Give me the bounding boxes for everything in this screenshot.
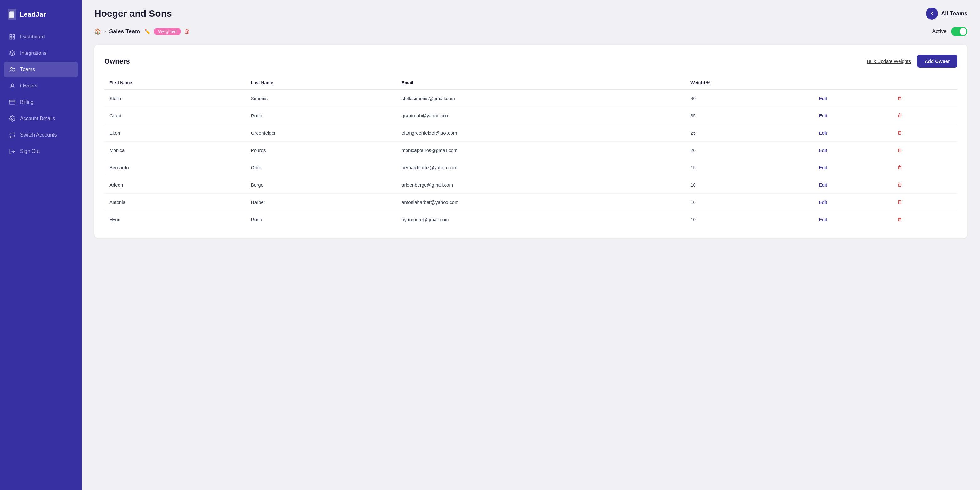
row-delete-icon[interactable]: 🗑 bbox=[897, 113, 902, 118]
all-teams-button[interactable]: All Teams bbox=[926, 8, 967, 19]
sidebar-item-dashboard[interactable]: Dashboard bbox=[4, 29, 78, 45]
cell-delete[interactable]: 🗑 bbox=[892, 176, 957, 193]
cell-last-name: Pouros bbox=[246, 142, 396, 159]
cell-weight: 15 bbox=[686, 159, 814, 176]
row-delete-icon[interactable]: 🗑 bbox=[897, 199, 902, 204]
cell-edit[interactable]: Edit bbox=[814, 211, 892, 228]
sidebar: LeadJar Dashboard Integrations Teams Own… bbox=[0, 0, 82, 490]
owners-label: Owners bbox=[20, 83, 37, 89]
row-delete-icon[interactable]: 🗑 bbox=[897, 182, 902, 187]
logo-icon bbox=[8, 9, 16, 20]
row-delete-icon[interactable]: 🗑 bbox=[897, 217, 902, 222]
teams-icon bbox=[9, 66, 16, 73]
table-row: Bernardo Ortiz bernardoortiz@yahoo.com 1… bbox=[104, 159, 957, 176]
cell-last-name: Harber bbox=[246, 193, 396, 211]
edit-button[interactable]: Edit bbox=[819, 165, 827, 170]
cell-email: stellasimonis@gmail.com bbox=[396, 89, 686, 107]
active-toggle[interactable] bbox=[951, 27, 967, 36]
breadcrumb-current: Sales Team bbox=[109, 28, 140, 35]
cell-first-name: Antonia bbox=[104, 193, 246, 211]
sidebar-item-integrations[interactable]: Integrations bbox=[4, 45, 78, 61]
bulk-update-button[interactable]: Bulk Update Weights bbox=[867, 59, 911, 64]
cell-edit[interactable]: Edit bbox=[814, 159, 892, 176]
cell-last-name: Simonis bbox=[246, 89, 396, 107]
table-header: First Name Last Name Email Weight % bbox=[104, 77, 957, 89]
table-row: Monica Pouros monicapouros@gmail.com 20 … bbox=[104, 142, 957, 159]
svg-rect-4 bbox=[10, 37, 12, 39]
table-body: Stella Simonis stellasimonis@gmail.com 4… bbox=[104, 89, 957, 228]
edit-button[interactable]: Edit bbox=[819, 148, 827, 153]
sidebar-item-sign-out[interactable]: Sign Out bbox=[4, 144, 78, 159]
table-row: Grant Roob grantroob@yahoo.com 35 Edit 🗑 bbox=[104, 107, 957, 124]
table-row: Hyun Runte hyunrunte@gmail.com 10 Edit 🗑 bbox=[104, 211, 957, 228]
row-delete-icon[interactable]: 🗑 bbox=[897, 130, 902, 135]
cell-first-name: Grant bbox=[104, 107, 246, 124]
dashboard-label: Dashboard bbox=[20, 34, 45, 40]
sidebar-item-teams[interactable]: Teams bbox=[4, 62, 78, 77]
brand-logo: LeadJar bbox=[0, 0, 82, 29]
col-first-name: First Name bbox=[104, 77, 246, 89]
row-delete-icon[interactable]: 🗑 bbox=[897, 164, 902, 170]
svg-point-7 bbox=[14, 68, 14, 69]
sidebar-item-account-details[interactable]: Account Details bbox=[4, 111, 78, 126]
active-label: Active bbox=[932, 28, 947, 35]
cell-delete[interactable]: 🗑 bbox=[892, 124, 957, 142]
add-owner-button[interactable]: Add Owner bbox=[917, 55, 957, 68]
row-delete-icon[interactable]: 🗑 bbox=[897, 147, 902, 153]
billing-label: Billing bbox=[20, 99, 33, 105]
sidebar-item-switch-accounts[interactable]: Switch Accounts bbox=[4, 127, 78, 143]
cell-weight: 20 bbox=[686, 142, 814, 159]
sidebar-item-billing[interactable]: Billing bbox=[4, 94, 78, 110]
cell-weight: 10 bbox=[686, 176, 814, 193]
edit-button[interactable]: Edit bbox=[819, 113, 827, 118]
cell-first-name: Stella bbox=[104, 89, 246, 107]
cell-edit[interactable]: Edit bbox=[814, 107, 892, 124]
cell-delete[interactable]: 🗑 bbox=[892, 142, 957, 159]
sign-out-label: Sign Out bbox=[20, 148, 40, 154]
cell-delete[interactable]: 🗑 bbox=[892, 159, 957, 176]
cell-weight: 40 bbox=[686, 89, 814, 107]
billing-icon bbox=[9, 99, 16, 106]
home-icon[interactable]: 🏠 bbox=[94, 28, 101, 35]
cell-weight: 10 bbox=[686, 211, 814, 228]
svg-point-11 bbox=[12, 118, 13, 120]
account-details-icon bbox=[9, 115, 16, 122]
owners-icon bbox=[9, 83, 16, 89]
cell-email: monicapouros@gmail.com bbox=[396, 142, 686, 159]
cell-first-name: Monica bbox=[104, 142, 246, 159]
cell-first-name: Arleen bbox=[104, 176, 246, 193]
cell-last-name: Berge bbox=[246, 176, 396, 193]
cell-weight: 35 bbox=[686, 107, 814, 124]
cell-edit[interactable]: Edit bbox=[814, 193, 892, 211]
sidebar-item-owners[interactable]: Owners bbox=[4, 78, 78, 94]
row-delete-icon[interactable]: 🗑 bbox=[897, 95, 902, 101]
cell-delete[interactable]: 🗑 bbox=[892, 211, 957, 228]
weighted-badge: Weighted bbox=[154, 28, 181, 35]
sidebar-nav: Dashboard Integrations Teams Owners Bill… bbox=[0, 29, 82, 490]
cell-email: bernardoortiz@yahoo.com bbox=[396, 159, 686, 176]
switch-accounts-icon bbox=[9, 132, 16, 139]
teams-label: Teams bbox=[20, 67, 35, 72]
edit-button[interactable]: Edit bbox=[819, 96, 827, 101]
dashboard-icon bbox=[9, 34, 16, 40]
owners-table: First Name Last Name Email Weight % Stel… bbox=[104, 77, 957, 228]
cell-delete[interactable]: 🗑 bbox=[892, 193, 957, 211]
cell-edit[interactable]: Edit bbox=[814, 89, 892, 107]
cell-edit[interactable]: Edit bbox=[814, 176, 892, 193]
switch-accounts-label: Switch Accounts bbox=[20, 132, 57, 138]
cell-edit[interactable]: Edit bbox=[814, 142, 892, 159]
cell-delete[interactable]: 🗑 bbox=[892, 89, 957, 107]
edit-button[interactable]: Edit bbox=[819, 200, 827, 205]
owners-actions: Bulk Update Weights Add Owner bbox=[867, 55, 957, 68]
edit-team-icon[interactable]: ✏️ bbox=[144, 29, 151, 35]
delete-team-icon[interactable]: 🗑 bbox=[184, 28, 190, 35]
cell-edit[interactable]: Edit bbox=[814, 124, 892, 142]
edit-button[interactable]: Edit bbox=[819, 217, 827, 222]
col-actions bbox=[814, 77, 892, 89]
cell-first-name: Hyun bbox=[104, 211, 246, 228]
svg-rect-1 bbox=[9, 12, 14, 18]
breadcrumb-separator: › bbox=[104, 29, 106, 34]
edit-button[interactable]: Edit bbox=[819, 182, 827, 188]
edit-button[interactable]: Edit bbox=[819, 130, 827, 136]
cell-delete[interactable]: 🗑 bbox=[892, 107, 957, 124]
